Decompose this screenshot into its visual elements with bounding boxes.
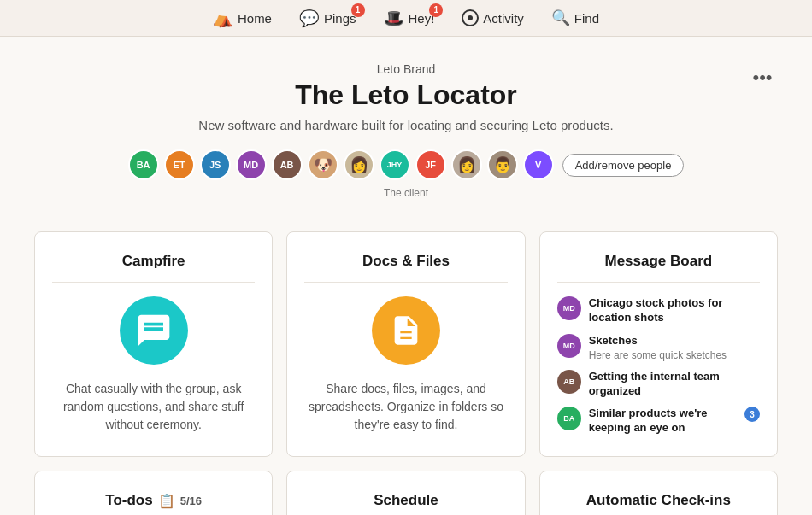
project-title: The Leto Locator: [34, 79, 778, 111]
msg-title-3: Getting the internal team organized: [589, 370, 760, 399]
msg-content-3: Getting the internal team organized: [589, 370, 760, 399]
avatar-v[interactable]: V: [523, 149, 554, 180]
nav-activity-label: Activity: [483, 11, 524, 26]
avatar-woman1[interactable]: 👩: [344, 149, 374, 180]
pings-icon: 💬: [299, 9, 320, 28]
docs-card[interactable]: Docs & Files Share docs, files, images, …: [286, 231, 525, 457]
msg-content-1: Chicago stock photos for location shots: [589, 296, 760, 325]
avatar-md[interactable]: MD: [236, 149, 267, 180]
msg-content-4: Similar products we're keeping an eye on: [589, 407, 737, 436]
msg-item-1[interactable]: MD Chicago stock photos for location sho…: [557, 296, 760, 325]
find-icon: 🔍: [551, 9, 570, 27]
project-description: New software and hardware built for loca…: [34, 118, 778, 132]
campfire-title: Campfire: [52, 253, 255, 283]
brand-name: Leto Brand: [34, 62, 778, 76]
campfire-body: Chat casually with the group, ask random…: [52, 296, 255, 434]
msg-avatar-ba: BA: [557, 407, 581, 430]
msg-item-3[interactable]: AB Getting the internal team organized: [557, 370, 760, 399]
avatar-jhy[interactable]: JHY: [380, 149, 410, 180]
todos-title: To-dos 📋 5/16: [52, 492, 255, 515]
home-icon: ⛺: [213, 9, 233, 28]
avatar-ab[interactable]: AB: [272, 149, 303, 180]
campfire-description: Chat casually with the group, ask random…: [52, 380, 255, 434]
message-list: MD Chicago stock photos for location sho…: [557, 296, 760, 436]
avatar-jf[interactable]: JF: [415, 149, 446, 180]
msg-avatar-md-1: MD: [557, 296, 581, 320]
todos-header: To-dos 📋 5/16: [52, 492, 255, 509]
more-options-button[interactable]: •••: [747, 62, 778, 93]
more-icon: •••: [752, 67, 772, 89]
message-board-card[interactable]: Message Board MD Chicago stock photos fo…: [539, 231, 778, 457]
avatar-dog[interactable]: 🐶: [308, 149, 338, 180]
nav-activity[interactable]: Activity: [462, 9, 524, 26]
activity-icon: [462, 9, 479, 26]
schedule-title: Schedule: [304, 492, 507, 515]
people-avatars: BA ET JS MD AB 🐶 👩 JHY JF 👩 👨 V Add/remo…: [34, 149, 778, 180]
avatar-js[interactable]: JS: [200, 149, 231, 180]
pings-badge: 1: [351, 3, 365, 17]
hey-icon: 🎩: [384, 9, 404, 28]
avatar-et[interactable]: ET: [164, 149, 195, 180]
features-grid: Campfire Chat casually with the group, a…: [34, 231, 778, 515]
msg-sub-2: Here are some quick sketches: [589, 349, 760, 361]
docs-description: Share docs, files, images, and spreadshe…: [304, 380, 507, 434]
docs-body: Share docs, files, images, and spreadshe…: [304, 296, 507, 434]
docs-title: Docs & Files: [304, 253, 507, 283]
avatar-woman2[interactable]: 👩: [451, 149, 482, 180]
nav-hey[interactable]: 🎩 Hey! 1: [384, 9, 435, 28]
add-remove-people-button[interactable]: Add/remove people: [562, 154, 685, 177]
todos-count: 5/16: [180, 495, 202, 507]
msg-avatar-md-2: MD: [557, 334, 581, 358]
nav-home-label: Home: [238, 11, 272, 26]
msg-item-4[interactable]: BA Similar products we're keeping an eye…: [557, 407, 760, 436]
campfire-card[interactable]: Campfire Chat casually with the group, a…: [34, 231, 273, 457]
main-content: ••• Leto Brand The Leto Locator New soft…: [0, 37, 812, 515]
nav-find-label: Find: [574, 11, 599, 26]
msg-title-4: Similar products we're keeping an eye on: [589, 407, 737, 436]
checkins-card[interactable]: Automatic Check-ins: [539, 471, 778, 515]
project-header: ••• Leto Brand The Leto Locator New soft…: [34, 37, 778, 231]
chat-icon: [135, 312, 173, 349]
msg-avatar-ab: AB: [557, 370, 581, 394]
msg-badge-4: 3: [744, 407, 760, 422]
todos-card[interactable]: To-dos 📋 5/16 Probably resource needs 3 …: [34, 471, 273, 515]
nav-find[interactable]: 🔍 Find: [551, 9, 599, 27]
checkins-title: Automatic Check-ins: [557, 492, 760, 515]
client-label: The client: [34, 187, 778, 199]
file-icon: [389, 313, 423, 348]
campfire-icon: [120, 296, 188, 365]
avatar-man[interactable]: 👨: [487, 149, 518, 180]
msg-title-2: Sketches: [589, 334, 760, 348]
schedule-card[interactable]: Schedule: [286, 471, 525, 515]
msg-title-1: Chicago stock photos for location shots: [589, 296, 760, 325]
message-board-title: Message Board: [557, 253, 760, 283]
todos-label: To-dos: [105, 492, 152, 509]
hey-badge: 1: [429, 3, 443, 17]
todos-emoji: 📋: [158, 493, 175, 509]
docs-icon: [372, 296, 440, 365]
main-nav: ⛺ Home 💬 Pings 1 🎩 Hey! 1 Activity 🔍 Fin…: [0, 0, 812, 37]
avatar-ba[interactable]: BA: [128, 149, 159, 180]
nav-pings[interactable]: 💬 Pings 1: [299, 9, 356, 28]
msg-item-2[interactable]: MD Sketches Here are some quick sketches: [557, 334, 760, 361]
msg-content-2: Sketches Here are some quick sketches: [589, 334, 760, 361]
nav-home[interactable]: ⛺ Home: [213, 9, 272, 28]
